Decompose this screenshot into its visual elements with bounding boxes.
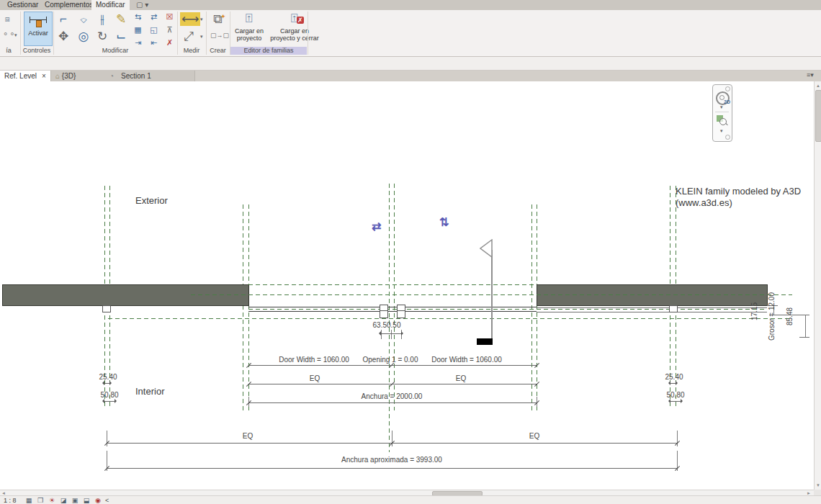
dimension-meeting-stile[interactable]: 63.50.50: [365, 321, 408, 329]
scroll-down-icon[interactable]: ▼: [816, 482, 820, 488]
scroll-up-icon[interactable]: ▲: [816, 83, 820, 89]
close-icon[interactable]: ×: [42, 71, 46, 81]
split-with-gap-icon[interactable]: ✎: [112, 12, 130, 27]
reveal-hidden-elements-icon[interactable]: ◉: [94, 497, 102, 504]
meeting-stile-symbol[interactable]: [397, 305, 405, 318]
reference-plane-panel[interactable]: [248, 309, 767, 310]
vertical-scrollbar[interactable]: ▲ ▼: [814, 81, 821, 490]
create-similar-icon[interactable]: ▢→▢: [210, 30, 221, 40]
flip-control-vertical-icon[interactable]: ⇅: [439, 215, 449, 229]
activar-button[interactable]: Activar: [24, 12, 53, 46]
chevron-down-icon[interactable]: ▾: [200, 34, 203, 40]
exterior-text-note[interactable]: Exterior: [135, 195, 168, 206]
wall-right[interactable]: [537, 284, 768, 306]
dimension-bottom-eq-right[interactable]: EQ: [524, 432, 545, 440]
door-panel-edge[interactable]: [248, 307, 537, 307]
chevron-down-icon[interactable]: ▾: [14, 32, 17, 38]
dimension-jamb-left-2[interactable]: 50.80: [95, 391, 124, 399]
delete-cursor-icon[interactable]: ☒: [164, 12, 175, 22]
tab-list-menu-icon[interactable]: ≡▾: [807, 71, 814, 78]
track-line[interactable]: [537, 307, 767, 308]
mirror-axis-icon[interactable]: ⇆: [133, 12, 143, 22]
mirror-draw-icon[interactable]: ⇄: [148, 12, 159, 22]
ribbon-tab-modificar[interactable]: Modificar: [91, 0, 130, 10]
chevron-down-icon[interactable]: ▾: [720, 128, 723, 134]
nav-option-dot-icon[interactable]: [725, 135, 730, 140]
load-into-project-icon: ⍐: [232, 12, 266, 27]
chevron-down-icon[interactable]: ▾: [720, 104, 723, 110]
rotate-icon[interactable]: ↻: [94, 29, 111, 45]
reference-plane[interactable]: [531, 204, 532, 410]
credit-text-line1[interactable]: KLEIN family modeled by A3D: [676, 186, 801, 197]
track-line[interactable]: [537, 312, 767, 312]
jamb-symbol-left[interactable]: [102, 305, 111, 312]
dimension-grosor[interactable]: Grosor = 12.00: [768, 292, 776, 341]
ribbon-tab-complementos[interactable]: Complementos: [40, 0, 97, 10]
ribbon-display-toggle-icon[interactable]: ▢ ▾: [132, 0, 153, 10]
steering-wheel-2d-icon[interactable]: 2D: [716, 91, 730, 105]
partial-tool-icon-2[interactable]: ⚬⚬: [2, 29, 13, 39]
detail-level-icon[interactable]: ▦: [24, 497, 33, 504]
align-icon[interactable]: ⌐: [55, 12, 72, 27]
dimension-bottom-eq-left[interactable]: EQ: [237, 432, 259, 440]
crop-view-icon[interactable]: ▣: [71, 497, 79, 504]
dimension-gap-right[interactable]: 17.15: [750, 302, 759, 320]
partial-tool-icon-1[interactable]: ⧈: [2, 14, 13, 24]
dimension-door-width-right[interactable]: Door Width = 1060.00: [431, 356, 503, 364]
dimension-right-total[interactable]: 85.48: [786, 307, 794, 325]
ribbon-tab-gestionar[interactable]: Gestionar: [3, 0, 42, 10]
dimension-jamb-right-2[interactable]: 50.80: [661, 391, 690, 399]
array-icon[interactable]: ▦: [133, 24, 143, 35]
view-tab-section-1[interactable]: ◔ Section 1: [104, 71, 195, 81]
dimension-opening[interactable]: Opening 1 = 0.00: [359, 356, 422, 364]
unpin-icon[interactable]: ⇤: [148, 37, 159, 48]
measure-ruler-icon[interactable]: ⟷: [180, 12, 197, 27]
revit-window: Gestionar Complementos Modificar ▢ ▾ ⧈ ⚬…: [0, 0, 821, 504]
credit-text-line2[interactable]: (www.a3d.es): [676, 197, 732, 208]
sun-path-icon[interactable]: ☀: [48, 497, 56, 504]
shadows-icon[interactable]: ◪: [59, 497, 68, 504]
measure-angle-icon[interactable]: ⤢: [180, 29, 197, 45]
nav-option-dot-icon[interactable]: [725, 86, 730, 91]
drawing-area[interactable]: Exterior Interior KLEIN family modeled b…: [0, 81, 814, 490]
view-3d-icon: ⌂: [55, 72, 60, 80]
cope-icon[interactable]: ⌔: [75, 12, 92, 27]
view-scale-button[interactable]: 1 : 8: [4, 497, 17, 504]
dimension-jamb-left-1[interactable]: 25.40: [94, 373, 122, 381]
vertical-scroll-thumb[interactable]: [815, 90, 821, 142]
dimension-anchura-aproximada[interactable]: Anchura aproximada = 3993.00: [334, 456, 449, 464]
flip-control-horizontal-icon[interactable]: ⇄: [372, 220, 381, 233]
dimension-eq-left[interactable]: EQ: [304, 374, 326, 382]
dimension-door-width-left[interactable]: Door Width = 1060.00: [278, 356, 350, 364]
reference-plane[interactable]: [243, 204, 243, 410]
reference-plane[interactable]: [108, 318, 792, 319]
door-panel-edge[interactable]: [248, 311, 537, 312]
view-tab-ref-level[interactable]: Ref. Level ×: [0, 71, 51, 81]
dimension-anchura[interactable]: Anchura = 2000.00: [356, 392, 428, 400]
offset-icon[interactable]: ◎: [75, 29, 92, 45]
visual-style-icon[interactable]: ❒: [36, 497, 45, 504]
load-into-project-close-button[interactable]: ⍐✗ Cargar en proyecto y cerrar: [268, 12, 321, 45]
pin-icon[interactable]: ⊼: [164, 24, 175, 35]
dimension-eq-right[interactable]: EQ: [450, 374, 472, 382]
dimension-jamb-right-1[interactable]: 25.40: [660, 373, 688, 381]
load-into-project-button[interactable]: ⍐ Cargar en proyecto: [232, 12, 266, 45]
align-end-icon[interactable]: ⇥: [133, 37, 143, 48]
reference-plane[interactable]: [394, 184, 395, 410]
reference-plane[interactable]: [248, 204, 249, 410]
jamb-symbol-right[interactable]: [669, 305, 678, 312]
scale-icon[interactable]: ◱: [148, 24, 159, 35]
move-icon[interactable]: ✥: [55, 29, 72, 45]
wall-left[interactable]: [2, 284, 249, 306]
navigation-bar[interactable]: 2D ▾ ▾: [712, 84, 732, 142]
chevron-down-icon[interactable]: ▾: [200, 17, 203, 22]
meeting-stile-symbol[interactable]: [380, 305, 388, 318]
reference-plane[interactable]: [248, 284, 537, 285]
show-crop-region-icon[interactable]: ⬓: [82, 497, 91, 504]
expand-view-bar-icon[interactable]: <: [105, 497, 109, 504]
split-element-icon[interactable]: ⫲: [94, 12, 111, 27]
trim-corner-icon[interactable]: ⌙: [112, 29, 130, 45]
delete-icon[interactable]: ✗: [164, 37, 175, 48]
create-group-icon[interactable]: ⧉✦: [209, 12, 226, 27]
interior-text-note[interactable]: Interior: [135, 386, 164, 397]
